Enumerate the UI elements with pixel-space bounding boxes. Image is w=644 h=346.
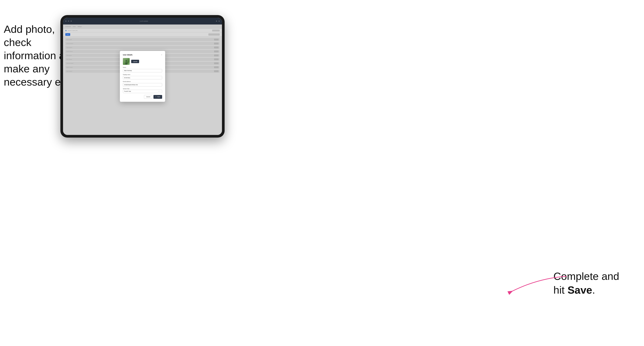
save-label: Save	[157, 96, 160, 97]
email-label: Email address	[123, 81, 162, 82]
select-clear-icon[interactable]: ×	[158, 91, 159, 92]
school-year-field-group: School Year Fourth Year × ⌄	[123, 88, 162, 93]
tablet-screen: CLIPD ADMIN Dashboard Users Settings 👤 A…	[63, 18, 222, 135]
right-annotation: Complete and hit Save.	[554, 270, 633, 297]
name-label: Name	[123, 67, 162, 68]
modal-close-button[interactable]: ×	[161, 54, 162, 56]
svg-point-2	[126, 60, 127, 62]
user-photo-thumbnail	[123, 58, 130, 65]
user-details-modal: User details × Upload	[120, 51, 165, 102]
cancel-button[interactable]: Cancel	[144, 95, 152, 99]
name-input[interactable]	[123, 69, 162, 72]
modal-overlay: User details × Upload	[63, 18, 222, 135]
select-icons: × ⌄	[158, 91, 161, 92]
school-year-value: Fourth Year	[124, 91, 131, 92]
display-name-label: Display name	[123, 74, 162, 75]
select-arrow-icon[interactable]: ⌄	[160, 91, 161, 92]
display-name-field-group: Display name	[123, 74, 162, 80]
photo-image	[123, 58, 130, 65]
save-button[interactable]: ⇧ Save	[154, 95, 162, 99]
modal-header: User details ×	[123, 54, 162, 56]
email-input[interactable]	[123, 83, 162, 86]
svg-point-3	[125, 62, 128, 64]
upload-photo-button[interactable]: Upload	[131, 60, 139, 63]
school-year-select[interactable]: Fourth Year × ⌄	[123, 90, 162, 93]
school-year-label: School Year	[123, 88, 162, 89]
tablet-device: CLIPD ADMIN Dashboard Users Settings 👤 A…	[60, 15, 224, 138]
person-silhouette-icon	[124, 60, 128, 64]
photo-section: Upload	[123, 58, 162, 65]
modal-footer: Cancel ⇧ Save	[123, 95, 162, 99]
email-field-group: Email address	[123, 81, 162, 86]
name-field-group: Name	[123, 67, 162, 72]
display-name-input[interactable]	[123, 76, 162, 79]
save-icon: ⇧	[155, 96, 156, 98]
modal-title: User details	[123, 54, 132, 56]
